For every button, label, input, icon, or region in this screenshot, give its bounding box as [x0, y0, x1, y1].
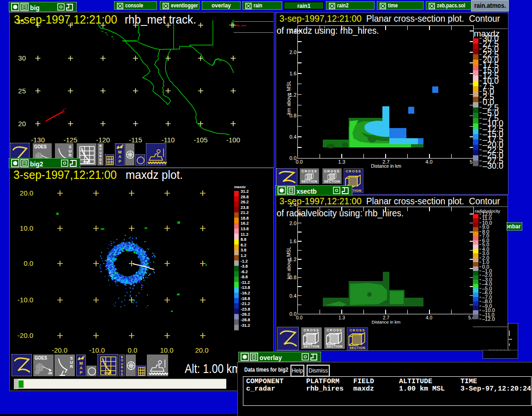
svg-text:2.0: 2.0: [290, 49, 296, 55]
svg-text:30: 30: [18, 54, 26, 62]
svg-text:0.0: 0.0: [296, 159, 302, 165]
svg-text:25: 25: [18, 87, 26, 95]
svg-text:21.2: 21.2: [241, 210, 249, 215]
svg-text:6.2: 6.2: [241, 243, 247, 247]
svg-text:-3.8: -3.8: [241, 264, 248, 269]
svg-text:-28.8: -28.8: [241, 318, 250, 322]
svg-text:Planar cross-section plot. Co: Planar cross-section plot. Contour: [366, 196, 500, 206]
svg-text:28.8: 28.8: [241, 195, 249, 199]
svg-text:4.0: 4.0: [425, 159, 432, 165]
svg-text:3-sep-1997,12:21:00: 3-sep-1997,12:21:00: [279, 13, 362, 23]
svg-text:-31.2: -31.2: [241, 323, 250, 328]
svg-text:16.2: 16.2: [241, 221, 249, 226]
svg-text:-13.8: -13.8: [241, 285, 250, 290]
svg-text:0.0: 0.0: [24, 259, 33, 267]
svg-text:-10.0: -10.0: [89, 346, 105, 354]
svg-text:-130: -130: [31, 136, 45, 144]
svg-text:20: 20: [18, 120, 26, 128]
svg-text:Distance in km: Distance in km: [371, 164, 401, 169]
svg-text:-26.2: -26.2: [241, 312, 250, 317]
svg-text:20.0: 20.0: [195, 346, 208, 354]
svg-text:-105: -105: [193, 136, 207, 144]
svg-text:4.0: 4.0: [426, 315, 432, 320]
svg-text:1.2: 1.2: [241, 253, 247, 258]
svg-text:18.8: 18.8: [241, 216, 249, 220]
svg-text:–30.0: –30.0: [483, 161, 503, 171]
svg-text:of maxdz using: rhb_hires.: of maxdz using: rhb_hires.: [277, 25, 379, 36]
svg-text:Distance in km: Distance in km: [372, 319, 400, 324]
svg-text:10.0: 10.0: [160, 346, 173, 354]
svg-text:rhb_met: rhb_met: [235, 24, 246, 27]
svg-text:rhb_met track.: rhb_met track.: [125, 13, 196, 26]
svg-text:26.2: 26.2: [241, 200, 249, 204]
svg-text:-11.2: -11.2: [241, 280, 250, 285]
svg-text:-6.2: -6.2: [241, 269, 248, 274]
svg-text:maxdz plot.: maxdz plot.: [126, 169, 183, 181]
svg-text:0.4: 0.4: [290, 134, 296, 140]
svg-text:23.8: 23.8: [241, 205, 249, 210]
svg-text:-115: -115: [129, 136, 142, 144]
svg-text:20.0: 20.0: [20, 189, 33, 197]
svg-text:-21.2: -21.2: [241, 301, 250, 306]
svg-text:-100: -100: [226, 136, 240, 144]
svg-text:3.8: 3.8: [241, 248, 247, 252]
svg-text:-23.8: -23.8: [241, 307, 250, 312]
svg-text:1.6: 1.6: [290, 71, 296, 76]
svg-text:maxdz: maxdz: [234, 185, 246, 189]
svg-text:0.0: 0.0: [296, 315, 302, 320]
svg-text:1.3: 1.3: [338, 159, 345, 165]
svg-text:-10.0: -10.0: [18, 296, 33, 304]
svg-text:-125: -125: [63, 136, 77, 144]
svg-text:2.0: 2.0: [290, 220, 296, 226]
svg-text:of radialvelocity using: rhb_h: of radialvelocity using: rhb_hires.: [277, 208, 404, 218]
svg-text:-20.0: -20.0: [52, 346, 67, 354]
svg-text:8.8: 8.8: [241, 237, 247, 242]
svg-text:0.0: 0.0: [128, 346, 138, 354]
svg-text:-20.0: -20.0: [18, 331, 33, 339]
svg-text:-1.2: -1.2: [241, 259, 248, 263]
svg-text:-120: -120: [96, 136, 110, 144]
svg-text:Planar cross-section plot. Co: Planar cross-section plot. Contour: [366, 13, 500, 23]
svg-text:13.8: 13.8: [241, 226, 249, 231]
svg-text:11.2: 11.2: [241, 232, 248, 237]
svg-text:1.3: 1.3: [339, 315, 345, 320]
svg-text:-16.2: -16.2: [241, 291, 250, 295]
svg-text:-110: -110: [162, 136, 175, 144]
svg-text:0.0: 0.0: [290, 311, 296, 317]
svg-text:km above MSL: km above MSL: [286, 81, 291, 115]
svg-text:3-sep-1997,12:21:00: 3-sep-1997,12:21:00: [279, 196, 362, 206]
svg-text:1.6: 1.6: [290, 239, 296, 244]
svg-text:31.2: 31.2: [241, 189, 249, 194]
svg-text:0.4: 0.4: [290, 293, 296, 299]
svg-text:-8.8: -8.8: [241, 275, 248, 279]
svg-text:km above MSL: km above MSL: [286, 247, 291, 279]
svg-text:-18.8: -18.8: [241, 296, 250, 301]
svg-text:3-sep-1997,12:21:00: 3-sep-1997,12:21:00: [14, 13, 117, 26]
svg-text:3-sep-1997,12:21:00: 3-sep-1997,12:21:00: [13, 169, 117, 181]
svg-text:10.0: 10.0: [20, 224, 33, 232]
svg-text:–12.0: –12.0: [482, 316, 495, 322]
